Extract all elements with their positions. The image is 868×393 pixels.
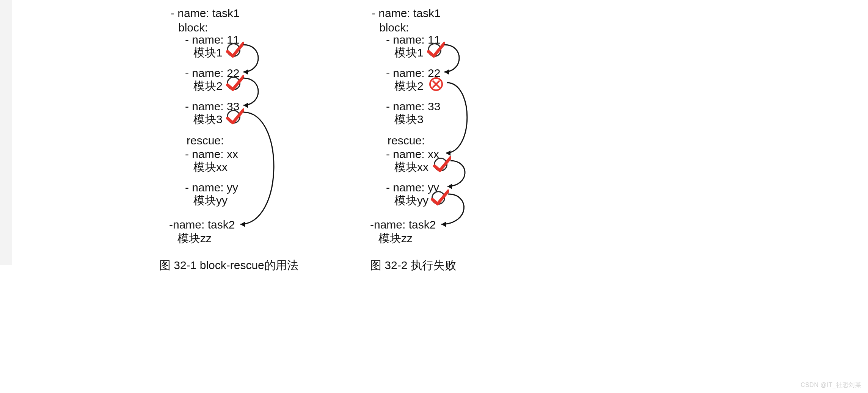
caption-right: 图 32-2 执行失败 bbox=[370, 258, 456, 273]
flow-arrow bbox=[155, 0, 307, 265]
page-left-gutter bbox=[0, 0, 12, 265]
caption-left: 图 32-1 block-rescue的用法 bbox=[159, 258, 298, 273]
flow-arrow bbox=[356, 0, 508, 265]
watermark: CSDN @IT_社恐刘某 bbox=[801, 381, 861, 389]
